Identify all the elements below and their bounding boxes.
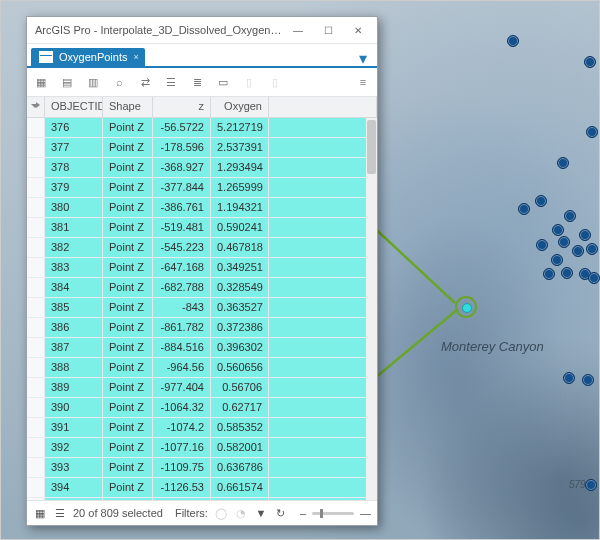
table-row[interactable]: 395Point Z-1374.180.978716 bbox=[27, 498, 377, 500]
table-list-mode-icon[interactable]: ☰ bbox=[53, 506, 67, 520]
show-selected-button[interactable]: ☰ bbox=[161, 72, 181, 92]
zoom-slider[interactable] bbox=[312, 512, 354, 515]
row-selector[interactable] bbox=[27, 118, 45, 138]
map-point[interactable] bbox=[579, 229, 591, 241]
vertical-scrollbar[interactable] bbox=[366, 118, 377, 500]
map-point[interactable] bbox=[564, 210, 576, 222]
filter-extent-icon[interactable]: ◯ bbox=[214, 506, 228, 520]
table-row[interactable]: 386Point Z-861.7820.372386 bbox=[27, 318, 377, 338]
map-point[interactable] bbox=[588, 272, 600, 284]
table-row[interactable]: 388Point Z-964.560.560656 bbox=[27, 358, 377, 378]
switch-selection-button[interactable]: ⇄ bbox=[135, 72, 155, 92]
map-point[interactable] bbox=[561, 267, 573, 279]
maximize-button[interactable]: ☐ bbox=[313, 20, 343, 40]
map-point[interactable] bbox=[552, 224, 564, 236]
map-point[interactable] bbox=[551, 254, 563, 266]
copy-row-button[interactable]: ▯ bbox=[265, 72, 285, 92]
row-selector[interactable] bbox=[27, 258, 45, 278]
clear-selection-button[interactable]: ▥ bbox=[83, 72, 103, 92]
tab-close-icon[interactable]: × bbox=[133, 52, 138, 62]
select-all-button[interactable]: ▤ bbox=[57, 72, 77, 92]
table-body[interactable]: 376Point Z-56.57225.212719377Point Z-178… bbox=[27, 118, 377, 500]
table-row[interactable]: 377Point Z-178.5962.537391 bbox=[27, 138, 377, 158]
table-row[interactable]: 393Point Z-1109.750.636786 bbox=[27, 458, 377, 478]
table-row[interactable]: 394Point Z-1126.530.661574 bbox=[27, 478, 377, 498]
table-row[interactable]: 378Point Z-368.9271.293494 bbox=[27, 158, 377, 178]
zoom-to-button[interactable]: ⌕ bbox=[109, 72, 129, 92]
map-point[interactable] bbox=[518, 203, 530, 215]
table-row[interactable]: 387Point Z-884.5160.396302 bbox=[27, 338, 377, 358]
table-row[interactable]: 380Point Z-386.7611.194321 bbox=[27, 198, 377, 218]
map-point[interactable] bbox=[584, 56, 596, 68]
row-selector[interactable] bbox=[27, 378, 45, 398]
row-selector[interactable] bbox=[27, 358, 45, 378]
table-row[interactable]: 384Point Z-682.7880.328549 bbox=[27, 278, 377, 298]
table-row[interactable]: 390Point Z-1064.320.62717 bbox=[27, 398, 377, 418]
cell-oxygen: 0.62717 bbox=[211, 398, 269, 418]
row-selector[interactable] bbox=[27, 158, 45, 178]
table-view-mode-icon[interactable]: ▦ bbox=[33, 506, 47, 520]
pane-menu-button[interactable]: ▾ bbox=[353, 52, 373, 66]
table-options-button[interactable]: ≡ bbox=[353, 72, 373, 92]
field-view-button[interactable]: ▦ bbox=[31, 72, 51, 92]
cell-blank bbox=[269, 238, 377, 258]
map-point[interactable] bbox=[543, 268, 555, 280]
row-selector[interactable] bbox=[27, 298, 45, 318]
map-point[interactable] bbox=[557, 157, 569, 169]
calculate-button[interactable]: ▭ bbox=[213, 72, 233, 92]
map-point[interactable] bbox=[582, 374, 594, 386]
cell-z: -682.788 bbox=[153, 278, 211, 298]
map-point[interactable] bbox=[586, 243, 598, 255]
cell-shape: Point Z bbox=[103, 418, 153, 438]
table-row[interactable]: 381Point Z-519.4810.590241 bbox=[27, 218, 377, 238]
table-row[interactable]: 379Point Z-377.8441.265999 bbox=[27, 178, 377, 198]
row-selector[interactable] bbox=[27, 478, 45, 498]
delete-row-button[interactable]: ▯ bbox=[239, 72, 259, 92]
table-row[interactable]: 385Point Z-8430.363527 bbox=[27, 298, 377, 318]
table-row[interactable]: 391Point Z-1074.20.585352 bbox=[27, 418, 377, 438]
column-header-z[interactable]: z bbox=[153, 97, 211, 117]
map-point[interactable] bbox=[507, 35, 519, 47]
column-header-objectid[interactable]: OBJECTID bbox=[45, 97, 103, 117]
column-header-shape[interactable]: Shape bbox=[103, 97, 153, 117]
refresh-button[interactable]: ≣ bbox=[187, 72, 207, 92]
filter-selection-icon[interactable]: ▼ bbox=[254, 506, 268, 520]
map-point[interactable] bbox=[563, 372, 575, 384]
map-point[interactable] bbox=[536, 239, 548, 251]
row-selector[interactable] bbox=[27, 418, 45, 438]
minimize-button[interactable]: — bbox=[283, 20, 313, 40]
map-point[interactable] bbox=[535, 195, 547, 207]
tab-oxygenpoints[interactable]: OxygenPoints × bbox=[31, 48, 145, 66]
row-selector[interactable] bbox=[27, 398, 45, 418]
row-selector[interactable] bbox=[27, 458, 45, 478]
table-row[interactable]: 389Point Z-977.4040.56706 bbox=[27, 378, 377, 398]
window-titlebar[interactable]: ArcGIS Pro - Interpolate_3D_Dissolved_Ox… bbox=[27, 17, 377, 44]
row-selector[interactable] bbox=[27, 178, 45, 198]
row-selector[interactable] bbox=[27, 238, 45, 258]
table-row[interactable]: 392Point Z-1077.160.582001 bbox=[27, 438, 377, 458]
row-selector[interactable] bbox=[27, 218, 45, 238]
row-selector[interactable] bbox=[27, 198, 45, 218]
row-selector[interactable] bbox=[27, 318, 45, 338]
row-selector[interactable] bbox=[27, 438, 45, 458]
row-selector[interactable] bbox=[27, 338, 45, 358]
filter-refresh-icon[interactable]: ↻ bbox=[274, 506, 288, 520]
row-selector[interactable] bbox=[27, 278, 45, 298]
row-selector[interactable] bbox=[27, 498, 45, 500]
table-row[interactable]: 382Point Z-545.2230.467818 bbox=[27, 238, 377, 258]
table-row[interactable]: 383Point Z-647.1680.349251 bbox=[27, 258, 377, 278]
row-selector[interactable] bbox=[27, 138, 45, 158]
map-point[interactable] bbox=[558, 236, 570, 248]
column-header-oxygen[interactable]: Oxygen bbox=[211, 97, 269, 117]
close-button[interactable]: ✕ bbox=[343, 20, 373, 40]
map-point[interactable] bbox=[585, 479, 597, 491]
scrollbar-thumb[interactable] bbox=[367, 120, 376, 174]
cell-blank bbox=[269, 198, 377, 218]
filter-time-icon[interactable]: ◔ bbox=[234, 506, 248, 520]
map-point[interactable] bbox=[586, 126, 598, 138]
table-row[interactable]: 376Point Z-56.57225.212719 bbox=[27, 118, 377, 138]
cell-objectid: 385 bbox=[45, 298, 103, 318]
map-canvas[interactable]: Monterey Canyon 579 ArcGIS Pro - Interpo… bbox=[0, 0, 600, 540]
row-selector-header[interactable] bbox=[27, 97, 45, 117]
map-point[interactable] bbox=[572, 245, 584, 257]
